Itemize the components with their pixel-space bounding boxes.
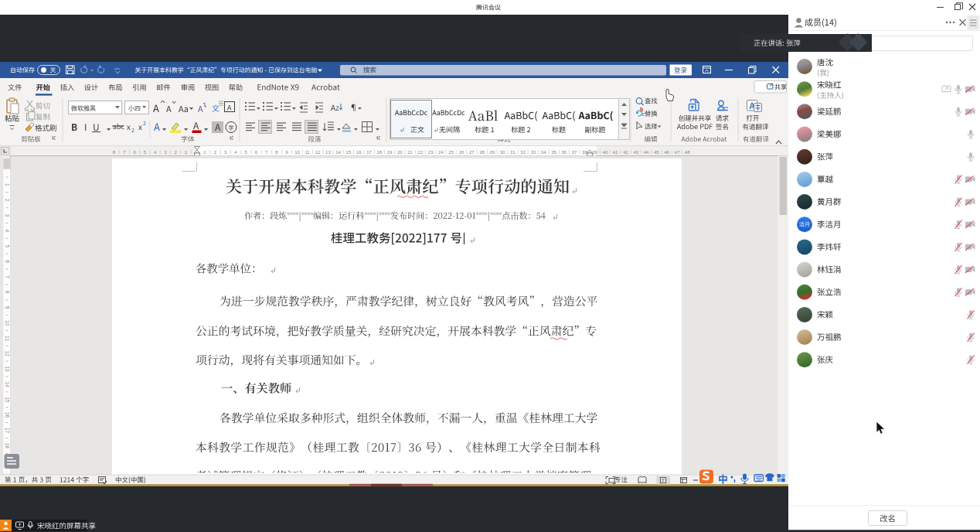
svg-text:|: | bbox=[486, 149, 487, 154]
svg-text:|: | bbox=[260, 149, 261, 154]
svg-text:|: | bbox=[180, 149, 181, 154]
svg-text:18: 18 bbox=[5, 443, 10, 449]
svg-text:31: 31 bbox=[510, 150, 516, 155]
svg-text:37: 37 bbox=[572, 150, 577, 155]
svg-text:|: | bbox=[610, 149, 611, 154]
svg-text:43: 43 bbox=[633, 150, 638, 155]
svg-text:23: 23 bbox=[428, 150, 434, 155]
svg-text:|: | bbox=[404, 149, 405, 154]
svg-text:39: 39 bbox=[592, 150, 597, 155]
svg-text:|: | bbox=[373, 149, 374, 154]
svg-text:|: | bbox=[322, 149, 323, 154]
svg-text:|: | bbox=[507, 149, 508, 154]
svg-text:28: 28 bbox=[479, 150, 485, 155]
svg-text:4: 4 bbox=[5, 230, 10, 233]
svg-text:|: | bbox=[682, 149, 682, 154]
svg-text:|: | bbox=[342, 149, 343, 154]
svg-text:|: | bbox=[517, 149, 518, 154]
svg-text:47: 47 bbox=[675, 150, 680, 155]
svg-text:|: | bbox=[240, 149, 241, 154]
svg-text:|: | bbox=[466, 149, 467, 154]
svg-text:|: | bbox=[384, 149, 385, 154]
svg-text:30: 30 bbox=[500, 150, 505, 155]
svg-text:21: 21 bbox=[407, 150, 413, 155]
svg-text:26: 26 bbox=[459, 150, 464, 155]
svg-text:20: 20 bbox=[397, 150, 403, 155]
svg-text:|: | bbox=[548, 149, 549, 154]
svg-text:17: 17 bbox=[5, 428, 10, 434]
svg-text:10: 10 bbox=[294, 150, 300, 155]
svg-text:|: | bbox=[435, 149, 436, 154]
svg-text:|: | bbox=[394, 149, 395, 154]
svg-text:|: | bbox=[230, 149, 230, 154]
svg-text:16: 16 bbox=[5, 412, 10, 418]
svg-text:|: | bbox=[118, 149, 119, 154]
svg-text:7: 7 bbox=[5, 275, 10, 278]
svg-text:|: | bbox=[425, 149, 426, 154]
svg-text:17: 17 bbox=[366, 150, 372, 155]
svg-text:9: 9 bbox=[5, 306, 10, 309]
svg-text:40: 40 bbox=[603, 150, 608, 155]
svg-text:22: 22 bbox=[418, 150, 424, 155]
svg-text:|: | bbox=[363, 149, 364, 154]
svg-text:45: 45 bbox=[654, 150, 659, 155]
svg-text:|: | bbox=[312, 149, 313, 154]
svg-text:11: 11 bbox=[305, 150, 311, 155]
svg-text:8: 8 bbox=[5, 291, 10, 294]
svg-text:14: 14 bbox=[335, 150, 341, 155]
svg-text:32: 32 bbox=[520, 150, 526, 155]
svg-text:6: 6 bbox=[5, 260, 10, 263]
svg-text:|: | bbox=[599, 149, 600, 154]
svg-text:46: 46 bbox=[664, 150, 669, 155]
svg-text:16: 16 bbox=[356, 150, 362, 155]
svg-text:12: 12 bbox=[315, 150, 321, 155]
svg-text:12: 12 bbox=[5, 351, 10, 357]
svg-text:14: 14 bbox=[5, 381, 10, 387]
svg-text:5: 5 bbox=[5, 244, 10, 247]
svg-text:|: | bbox=[497, 149, 498, 154]
svg-text:|: | bbox=[250, 149, 251, 154]
svg-text:42: 42 bbox=[623, 150, 628, 155]
svg-text:|: | bbox=[569, 149, 570, 154]
svg-text:|: | bbox=[456, 149, 457, 154]
svg-text:13: 13 bbox=[5, 366, 10, 372]
svg-text:|: | bbox=[641, 149, 641, 154]
svg-text:|: | bbox=[281, 149, 282, 154]
svg-text:|: | bbox=[579, 149, 580, 154]
svg-text:|: | bbox=[301, 149, 302, 154]
svg-text:|: | bbox=[661, 149, 662, 154]
svg-text:15: 15 bbox=[346, 150, 352, 155]
svg-text:|: | bbox=[651, 149, 652, 154]
svg-text:|: | bbox=[139, 149, 140, 154]
svg-text:|: | bbox=[414, 149, 415, 154]
svg-text:|: | bbox=[149, 149, 150, 154]
svg-text:|: | bbox=[271, 149, 272, 154]
svg-text:24: 24 bbox=[438, 150, 444, 155]
svg-text:|: | bbox=[671, 149, 672, 154]
svg-text:|: | bbox=[353, 149, 354, 154]
svg-text:13: 13 bbox=[325, 150, 331, 155]
svg-text:11: 11 bbox=[5, 336, 10, 341]
svg-text:|: | bbox=[538, 149, 539, 154]
svg-text:|: | bbox=[129, 149, 130, 154]
svg-text:|: | bbox=[476, 149, 477, 154]
svg-text:|: | bbox=[558, 149, 559, 154]
svg-text:|: | bbox=[159, 149, 160, 154]
svg-text:|: | bbox=[291, 149, 292, 154]
svg-text:1: 1 bbox=[5, 183, 10, 186]
svg-text:|: | bbox=[528, 149, 529, 154]
svg-text:3: 3 bbox=[5, 214, 10, 217]
svg-text:44: 44 bbox=[644, 150, 649, 155]
svg-text:|: | bbox=[620, 149, 621, 154]
svg-text:48: 48 bbox=[685, 150, 690, 155]
svg-text:|: | bbox=[219, 149, 220, 154]
svg-text:34: 34 bbox=[541, 150, 546, 155]
svg-text:|: | bbox=[190, 149, 191, 154]
svg-text:|: | bbox=[630, 149, 631, 154]
svg-text:10: 10 bbox=[5, 320, 10, 326]
svg-text:19: 19 bbox=[387, 150, 393, 155]
svg-text:33: 33 bbox=[531, 150, 536, 155]
svg-text:25: 25 bbox=[448, 150, 454, 155]
svg-text:|: | bbox=[445, 149, 446, 154]
svg-text:41: 41 bbox=[613, 150, 618, 155]
